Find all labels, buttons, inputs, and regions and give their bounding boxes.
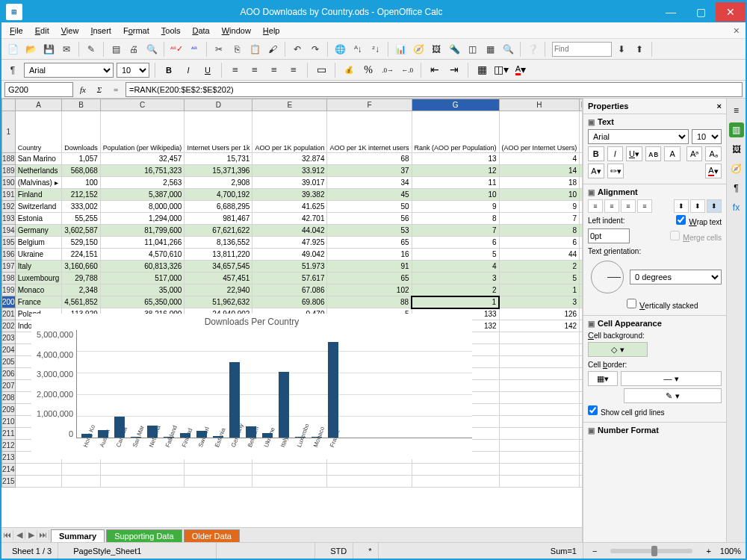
spellcheck-icon[interactable]: ᴬᴮ✓ <box>168 41 185 57</box>
wrap-checkbox[interactable] <box>676 215 686 225</box>
row-header[interactable]: 194 <box>2 225 16 237</box>
close-doc-button[interactable]: × <box>731 25 743 37</box>
cell[interactable]: 7 <box>412 225 499 237</box>
print-icon[interactable]: 🖨 <box>125 41 142 57</box>
cell[interactable] <box>580 344 582 356</box>
cell[interactable]: 14 <box>499 165 580 177</box>
horiz-align-group[interactable]: ≡≡≡≡ <box>588 199 652 213</box>
cell[interactable]: 5,387,000 <box>100 189 185 201</box>
cell[interactable]: Monaco <box>15 284 62 296</box>
cell[interactable]: 65 <box>327 273 412 284</box>
edit-icon[interactable]: ✎ <box>83 41 99 57</box>
col-header[interactable]: G <box>412 99 499 111</box>
cell[interactable] <box>580 404 582 416</box>
equals-icon[interactable]: = <box>109 83 123 96</box>
row-header[interactable]: 207 <box>2 380 16 392</box>
sum-icon[interactable]: Σ <box>93 83 106 96</box>
cell[interactable]: 42.701 <box>252 213 327 225</box>
cell[interactable]: 981,467 <box>185 213 252 225</box>
minimize-button[interactable]: — <box>656 2 686 22</box>
find-down-icon[interactable]: ⬇ <box>613 41 630 57</box>
row-header[interactable]: 203 <box>2 332 16 344</box>
new-icon[interactable]: 📄 <box>4 41 21 57</box>
name-box[interactable] <box>4 82 73 97</box>
row-header[interactable]: 210 <box>2 416 16 428</box>
menu-icon[interactable]: ≡ <box>729 103 744 118</box>
cell[interactable] <box>580 428 582 440</box>
align-justify-icon[interactable]: ≡ <box>285 62 302 78</box>
cell[interactable] <box>580 392 582 404</box>
cell[interactable] <box>499 404 580 416</box>
cell[interactable] <box>499 452 580 464</box>
align-left-icon[interactable]: ≡ <box>227 62 244 78</box>
cell[interactable]: 67,621,622 <box>185 225 252 237</box>
cell[interactable]: 4 <box>412 261 499 273</box>
border-style-button[interactable]: — ▾ <box>621 371 722 386</box>
prop-underline-button[interactable]: U▾ <box>626 146 642 161</box>
cell[interactable]: 529,150 <box>62 237 101 249</box>
row-header[interactable]: 188 <box>2 153 16 165</box>
cell[interactable]: 10 <box>412 189 499 201</box>
cell[interactable] <box>580 476 582 488</box>
cell[interactable] <box>412 464 499 476</box>
cell[interactable] <box>185 476 252 488</box>
merge-icon[interactable]: ▭ <box>313 62 329 78</box>
cell[interactable]: Finland <box>15 189 62 201</box>
percent-icon[interactable]: % <box>360 62 376 78</box>
cell[interactable]: 212,152 <box>62 189 101 201</box>
row-header[interactable]: 209 <box>2 404 16 416</box>
header-cell[interactable]: Internet Users per 1k <box>185 111 252 153</box>
sortasc-icon[interactable]: ᴬ↓ <box>350 41 366 57</box>
cell[interactable]: 1 <box>412 296 499 308</box>
cell[interactable] <box>499 356 580 368</box>
redo-icon[interactable]: ↷ <box>307 41 323 57</box>
cell[interactable]: 1,057 <box>62 153 101 165</box>
cell[interactable]: 6 <box>412 237 499 249</box>
cell[interactable] <box>580 332 582 344</box>
menu-window[interactable]: Window <box>217 25 256 37</box>
formula-input[interactable] <box>125 82 743 97</box>
cell[interactable] <box>499 392 580 404</box>
fontsize-combo[interactable]: 10 <box>117 63 149 78</box>
cell[interactable]: (Malvinas) ▸ <box>15 177 62 189</box>
cell[interactable]: 50 <box>327 201 412 213</box>
cell[interactable] <box>499 428 580 440</box>
header-cell[interactable]: Population (per Wikipedia) <box>100 111 185 153</box>
cell[interactable]: 68 <box>327 153 412 165</box>
embedded-chart[interactable]: Downloads Per Country 5,000,0004,000,000… <box>31 314 472 459</box>
cell[interactable]: 45 <box>327 189 412 201</box>
cell[interactable]: 2 <box>499 261 580 273</box>
save-icon[interactable]: 💾 <box>40 41 57 57</box>
row-header[interactable]: 191 <box>2 189 16 201</box>
cell[interactable] <box>499 476 580 488</box>
menu-data[interactable]: Data <box>187 25 214 37</box>
prop-sub-button[interactable]: Aₐ <box>705 146 722 161</box>
headers-icon[interactable]: ▦ <box>482 41 498 57</box>
cell[interactable]: 51,962,632 <box>185 296 252 308</box>
row-header[interactable]: 193 <box>2 213 16 225</box>
cell[interactable]: 60,813,326 <box>100 261 185 273</box>
cell[interactable] <box>185 464 252 476</box>
row-header[interactable]: 212 <box>2 440 16 452</box>
cell[interactable]: 41.625 <box>252 201 327 213</box>
orientation-dial[interactable] <box>591 261 624 293</box>
functions-icon[interactable]: fx <box>729 200 744 215</box>
cell[interactable]: 67.086 <box>252 284 327 296</box>
cell[interactable]: 10 <box>499 189 580 201</box>
cell[interactable] <box>580 416 582 428</box>
cell[interactable]: 33.912 <box>252 165 327 177</box>
numfmt-section-header[interactable]: Number Format <box>588 426 722 435</box>
close-button[interactable]: ✕ <box>716 2 746 22</box>
cell[interactable]: 3,160,660 <box>62 261 101 273</box>
cell[interactable]: 47.925 <box>252 237 327 249</box>
row-header[interactable]: 200 <box>2 296 16 308</box>
cell[interactable]: 32,457 <box>100 153 185 165</box>
cell[interactable] <box>100 464 185 476</box>
prop-highlight-button[interactable]: ✏▾ <box>607 164 624 178</box>
prop-strike-button[interactable]: ᴀʙ <box>645 146 662 161</box>
row-header[interactable]: 215 <box>2 476 16 488</box>
cell[interactable]: 13 <box>412 153 499 165</box>
navigator-icon-side[interactable]: 🧭 <box>729 161 744 176</box>
cell[interactable] <box>62 476 101 488</box>
header-cell[interactable]: Downloads <box>62 111 101 153</box>
